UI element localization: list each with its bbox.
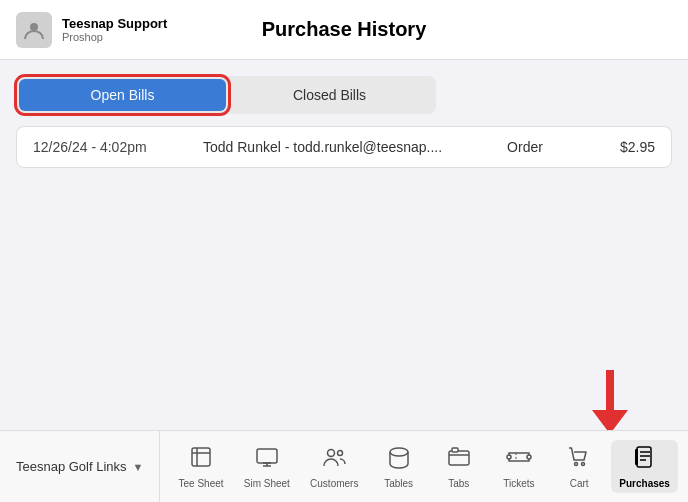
tab-open-bills[interactable]: Open Bills bbox=[19, 79, 226, 111]
user-info: Teesnap Support Proshop bbox=[62, 16, 167, 43]
tickets-icon bbox=[506, 444, 532, 476]
main-content: Open Bills Closed Bills 12/26/24 - 4:02p… bbox=[0, 60, 688, 168]
tabs-label: Tabs bbox=[448, 478, 469, 489]
tables-icon bbox=[386, 444, 412, 476]
sim-sheet-label: Sim Sheet bbox=[244, 478, 290, 489]
nav-item-customers[interactable]: Customers bbox=[302, 440, 366, 493]
purchases-label: Purchases bbox=[619, 478, 670, 489]
nav-item-tee-sheet[interactable]: Tee Sheet bbox=[171, 440, 232, 493]
nav-item-sim-sheet[interactable]: Sim Sheet bbox=[236, 440, 298, 493]
tables-label: Tables bbox=[384, 478, 413, 489]
svg-point-19 bbox=[582, 463, 585, 466]
tee-sheet-label: Tee Sheet bbox=[179, 478, 224, 489]
svg-rect-20 bbox=[637, 447, 651, 467]
nav-item-purchases[interactable]: Purchases bbox=[611, 440, 678, 493]
svg-point-0 bbox=[30, 23, 38, 31]
row-customer: Todd Runkel - todd.runkel@teesnap.... bbox=[203, 139, 465, 155]
arrow-indicator bbox=[592, 370, 628, 434]
svg-point-15 bbox=[507, 455, 511, 459]
location-label: Teesnap Golf Links bbox=[16, 459, 127, 474]
cart-icon bbox=[566, 444, 592, 476]
header-user: Teesnap Support Proshop bbox=[16, 12, 167, 48]
svg-rect-1 bbox=[192, 448, 210, 466]
row-date: 12/26/24 - 4:02pm bbox=[33, 139, 183, 155]
customers-icon bbox=[321, 444, 347, 476]
avatar bbox=[16, 12, 52, 48]
purchases-icon bbox=[632, 444, 658, 476]
svg-point-9 bbox=[338, 451, 343, 456]
tab-closed-bills[interactable]: Closed Bills bbox=[226, 79, 433, 111]
arrow-shaft bbox=[606, 370, 614, 410]
tee-sheet-icon bbox=[188, 444, 214, 476]
purchase-table: 12/26/24 - 4:02pm Todd Runkel - todd.run… bbox=[16, 126, 672, 168]
user-subtitle: Proshop bbox=[62, 31, 167, 43]
table-row[interactable]: 12/26/24 - 4:02pm Todd Runkel - todd.run… bbox=[17, 127, 671, 167]
cart-label: Cart bbox=[570, 478, 589, 489]
svg-point-18 bbox=[575, 463, 578, 466]
customers-label: Customers bbox=[310, 478, 358, 489]
bill-tabs: Open Bills Closed Bills bbox=[16, 76, 436, 114]
nav-item-tabs[interactable]: Tabs bbox=[431, 440, 487, 493]
bottom-navigation: Teesnap Golf Links ▼ Tee Sheet bbox=[0, 430, 688, 502]
sim-sheet-icon bbox=[254, 444, 280, 476]
tabs-icon bbox=[446, 444, 472, 476]
tickets-label: Tickets bbox=[503, 478, 534, 489]
location-selector[interactable]: Teesnap Golf Links ▼ bbox=[0, 431, 160, 502]
page-title: Purchase History bbox=[262, 18, 427, 41]
username: Teesnap Support bbox=[62, 16, 167, 31]
nav-item-tables[interactable]: Tables bbox=[371, 440, 427, 493]
app-header: Teesnap Support Proshop Purchase History bbox=[0, 0, 688, 60]
svg-point-10 bbox=[390, 448, 408, 456]
svg-rect-13 bbox=[449, 451, 469, 465]
svg-point-8 bbox=[328, 450, 335, 457]
chevron-down-icon: ▼ bbox=[133, 461, 144, 473]
svg-point-16 bbox=[527, 455, 531, 459]
nav-item-tickets[interactable]: Tickets bbox=[491, 440, 547, 493]
nav-items-container: Tee Sheet Sim Sheet bbox=[160, 431, 688, 502]
row-amount: $2.95 bbox=[585, 139, 655, 155]
svg-rect-24 bbox=[635, 449, 638, 465]
nav-item-cart[interactable]: Cart bbox=[551, 440, 607, 493]
svg-rect-4 bbox=[257, 449, 277, 463]
row-type: Order bbox=[485, 139, 565, 155]
svg-rect-14 bbox=[452, 448, 458, 452]
